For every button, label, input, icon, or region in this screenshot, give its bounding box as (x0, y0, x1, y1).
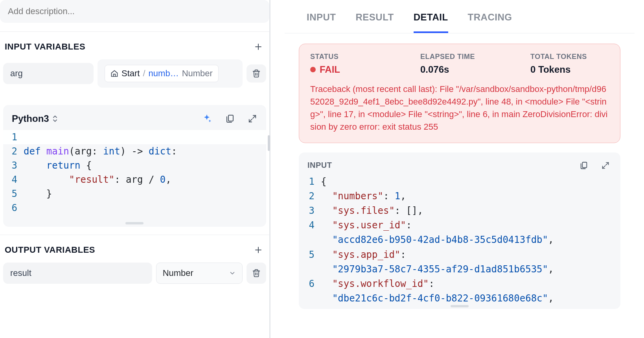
status-value: FAIL (310, 64, 389, 75)
json-line: 5 "sys.app_id": "2979b3a7-58c7-4355-af29… (299, 248, 620, 277)
home-icon (110, 70, 118, 77)
status-value-text: FAIL (320, 64, 340, 75)
json-line: 6 "sys.workflow_id": "dbe21c6c-bd2f-4cf0… (299, 277, 620, 306)
elapsed-label: ELAPSED TIME (420, 53, 499, 61)
input-variables-section: INPUT VARIABLES arg Start / numb… Number (0, 31, 269, 94)
language-label: Python3 (12, 113, 49, 124)
svg-rect-7 (582, 162, 587, 167)
config-pane: INPUT VARIABLES arg Start / numb… Number (0, 0, 270, 338)
code-editor[interactable]: Python3 1 2def main(arg: int) -> dict: (3, 105, 266, 227)
tab-detail[interactable]: DETAIL (414, 12, 448, 33)
description-input[interactable] (0, 0, 269, 23)
result-tabs: INPUT RESULT DETAIL TRACING (285, 5, 635, 33)
plus-icon (254, 245, 263, 255)
svg-line-4 (249, 119, 252, 122)
json-line: 3 "sys.files": [], (299, 204, 620, 218)
output-var-name[interactable]: result (3, 263, 152, 284)
delete-output-var-button[interactable] (247, 263, 266, 284)
traceback-text: Traceback (most recent call last): File … (310, 83, 609, 133)
json-resize-handle[interactable] (451, 305, 469, 307)
output-var-row: result Number (0, 263, 269, 284)
input-var-row: arg Start / numb… Number (0, 59, 269, 88)
status-label: STATUS (310, 53, 389, 61)
copy-json-button[interactable] (577, 159, 591, 172)
elapsed-value: 0.076s (420, 64, 499, 75)
trash-icon (252, 69, 261, 78)
chevron-updown-icon (52, 115, 58, 123)
sparkle-icon (202, 114, 212, 124)
svg-rect-2 (228, 115, 233, 121)
clipboard-icon (225, 114, 235, 123)
json-line: 2 "numbers": 1, (299, 189, 620, 204)
output-var-type-label: Number (163, 268, 193, 278)
ref-source: Start (121, 68, 140, 79)
trash-icon (252, 269, 261, 277)
pane-splitter[interactable] (270, 0, 280, 338)
input-var-name[interactable]: arg (3, 63, 94, 84)
tab-input[interactable]: INPUT (307, 12, 336, 33)
json-line: 4 "sys.user_id": "accd82e6-b950-42ad-b4b… (299, 218, 620, 247)
tab-tracing[interactable]: TRACING (468, 12, 512, 33)
ref-separator: / (143, 68, 145, 79)
add-input-var-button[interactable] (251, 40, 265, 54)
ref-type: Number (182, 68, 213, 79)
copy-code-button[interactable] (223, 112, 237, 126)
expand-icon (248, 114, 257, 123)
tokens-label: TOTAL TOKENS (530, 53, 609, 61)
input-json-card: INPUT 1{2 "numbers": 1,3 "sys.files": []… (299, 152, 620, 309)
output-variables-title: OUTPUT VARIABLES (5, 245, 95, 255)
resize-handle[interactable] (125, 222, 144, 224)
status-card: STATUS FAIL ELAPSED TIME 0.076s TOTAL TO… (299, 44, 620, 143)
delete-input-var-button[interactable] (247, 64, 266, 83)
svg-line-3 (253, 116, 256, 118)
input-var-ref[interactable]: Start / numb… Number (98, 59, 243, 88)
json-body: 1{2 "numbers": 1,3 "sys.files": [],4 "sy… (299, 175, 620, 309)
add-output-var-button[interactable] (251, 243, 265, 257)
expand-code-button[interactable] (246, 112, 259, 125)
plus-icon (254, 42, 263, 51)
ref-field: numb… (149, 68, 179, 79)
status-dot-icon (310, 67, 316, 72)
splitter-handle[interactable] (268, 135, 270, 151)
output-var-name-text: result (10, 268, 31, 278)
input-var-name-text: arg (10, 68, 23, 79)
input-variables-title: INPUT VARIABLES (5, 42, 85, 52)
output-var-type-select[interactable]: Number (156, 263, 243, 284)
clipboard-icon (580, 161, 588, 170)
tokens-value: 0 Tokens (530, 64, 609, 75)
svg-line-9 (603, 165, 605, 168)
tab-result[interactable]: RESULT (356, 12, 394, 33)
expand-icon (602, 162, 609, 169)
code-body[interactable]: 1 2def main(arg: int) -> dict: 3 return … (3, 130, 266, 215)
svg-line-8 (606, 162, 609, 165)
result-pane: INPUT RESULT DETAIL TRACING STATUS FAIL … (280, 0, 644, 338)
language-select[interactable]: Python3 (12, 113, 58, 124)
ai-assist-button[interactable] (199, 111, 214, 126)
chevron-down-icon (229, 270, 236, 277)
output-variables-section: OUTPUT VARIABLES result Number (0, 235, 269, 290)
expand-json-button[interactable] (599, 159, 612, 172)
input-json-title: INPUT (307, 161, 332, 170)
json-line: 1{ (299, 175, 620, 189)
